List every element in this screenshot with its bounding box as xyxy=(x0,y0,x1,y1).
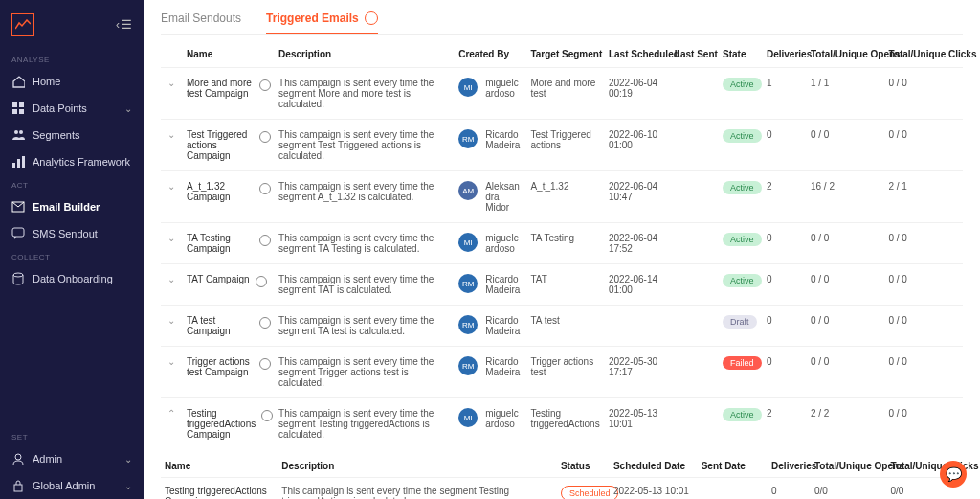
section-label: COLLECT xyxy=(0,247,144,265)
sidebar-item-sms-sendout[interactable]: SMS Sendout xyxy=(0,220,144,247)
sidebar-item-data-points[interactable]: Data Points⌄ xyxy=(0,95,144,122)
expand-toggle[interactable]: ⌃ xyxy=(161,398,183,450)
chevron-down-icon: ⌄ xyxy=(124,454,132,465)
clicks: 2 / 1 xyxy=(884,171,963,223)
expand-toggle[interactable]: ⌄ xyxy=(161,264,183,306)
avatar: MI xyxy=(458,408,478,427)
collapse-sidebar-button[interactable]: ‹ ☰ xyxy=(116,18,132,32)
expand-toggle[interactable]: ⌄ xyxy=(161,68,183,120)
opens: 0 / 0 xyxy=(807,347,885,398)
clicks: 0 / 0 xyxy=(884,68,963,120)
clicks: 0 / 0 xyxy=(884,306,963,347)
refresh-icon xyxy=(259,317,271,329)
child-opens: 0/0 xyxy=(811,478,887,500)
child-deliveries: 0 xyxy=(768,478,811,500)
campaign-name[interactable]: A_t_1.32 Campaign xyxy=(187,181,254,202)
clicks: 0 / 0 xyxy=(884,347,963,398)
deliveries: 1 xyxy=(763,68,807,120)
state-badge: Active xyxy=(723,78,762,91)
state-badge: Failed xyxy=(723,356,762,370)
tab-triggered-emails[interactable]: Triggered Emails xyxy=(266,8,378,34)
tabs: Email Sendouts Triggered Emails xyxy=(161,8,963,35)
last-scheduled: 2022-06-04 10:47 xyxy=(605,171,671,223)
campaign-name[interactable]: More and more test Campaign xyxy=(187,78,254,99)
expand-toggle[interactable]: ⌄ xyxy=(161,347,183,398)
col-sent[interactable]: Last Sent xyxy=(671,43,719,68)
clicks: 0 / 0 xyxy=(884,264,963,306)
sidebar-item-analytics-framework[interactable]: Analytics Framework xyxy=(0,148,144,175)
sidebar-item-email-builder[interactable]: Email Builder xyxy=(0,193,144,220)
campaign-desc: This campaign is sent every time the seg… xyxy=(275,306,455,347)
sidebar-item-segments[interactable]: Segments xyxy=(0,122,144,148)
last-sent xyxy=(671,398,719,450)
expand-toggle[interactable]: ⌄ xyxy=(161,306,183,347)
child-desc: This campaign is sent every time the seg… xyxy=(278,478,557,500)
chat-fab[interactable]: 💬 xyxy=(940,461,967,488)
clicks: 0 / 0 xyxy=(884,398,963,450)
campaign-name[interactable]: TAT Campaign xyxy=(187,274,250,284)
creator-name: miguelcardoso xyxy=(485,233,523,254)
creator-name: Ricardo Madeira xyxy=(485,129,523,150)
deliveries: 2 xyxy=(763,398,807,450)
state-badge: Active xyxy=(723,274,762,287)
last-scheduled xyxy=(605,306,671,347)
col-name[interactable]: Name xyxy=(183,43,275,68)
deliveries: 0 xyxy=(763,347,807,398)
tab-email-sendouts[interactable]: Email Sendouts xyxy=(161,8,241,34)
last-scheduled: 2022-05-30 17:17 xyxy=(605,347,671,398)
chevron-down-icon: ⌄ xyxy=(124,103,132,114)
tab-label: Triggered Emails xyxy=(266,11,359,25)
campaign-desc: This campaign is sent every time the seg… xyxy=(275,398,455,450)
opens: 2 / 2 xyxy=(807,398,885,450)
refresh-icon xyxy=(261,410,273,421)
col-opens[interactable]: Total/Unique Opens xyxy=(807,43,885,68)
sidebar-item-global-admin[interactable]: Global Admin⌄ xyxy=(0,472,144,499)
table-row: ⌄Trigger actions test CampaignThis campa… xyxy=(161,347,963,398)
campaign-name[interactable]: Trigger actions test Campaign xyxy=(187,356,254,377)
sidebar-item-label: Data Points xyxy=(33,102,87,114)
segment: TA Testing xyxy=(526,223,605,264)
sidebar-item-home[interactable]: Home xyxy=(0,68,144,95)
sms-icon xyxy=(11,227,25,240)
last-sent xyxy=(671,347,719,398)
col-creator[interactable]: Created By xyxy=(455,43,526,68)
state-badge: Draft xyxy=(723,315,757,329)
svg-rect-2 xyxy=(12,109,17,114)
app-logo xyxy=(11,13,34,36)
chevron-left-icon: ‹ xyxy=(116,18,120,32)
sidebar-item-data-onboarding[interactable]: Data Onboarding xyxy=(0,265,144,292)
campaign-name[interactable]: TA test Campaign xyxy=(187,315,254,336)
svg-rect-13 xyxy=(14,485,22,491)
svg-rect-3 xyxy=(19,109,24,114)
campaign-name[interactable]: TA Testing Campaign xyxy=(187,233,254,254)
last-scheduled: 2022-05-13 10:01 xyxy=(605,398,671,450)
expand-toggle[interactable]: ⌄ xyxy=(161,223,183,264)
col-clicks[interactable]: Total/Unique Clicks xyxy=(884,43,963,68)
campaign-desc: This campaign is sent every time the seg… xyxy=(275,120,455,171)
col-state[interactable]: State xyxy=(719,43,763,68)
opens: 0 / 0 xyxy=(807,223,885,264)
campaigns-table: Name Description Created By Target Segme… xyxy=(161,43,963,449)
child-name[interactable]: Testing triggeredActions Campaign xyxy=(161,478,278,500)
sidebar-item-label: Email Builder xyxy=(33,201,100,213)
child-col-del: Deliveries xyxy=(768,453,811,478)
expand-toggle[interactable]: ⌄ xyxy=(161,120,183,171)
last-sent xyxy=(671,120,719,171)
campaign-name[interactable]: Test Triggered actions Campaign xyxy=(187,129,254,161)
svg-rect-6 xyxy=(12,163,15,168)
col-scheduled[interactable]: Last Scheduled xyxy=(605,43,671,68)
col-deliveries[interactable]: Deliveries xyxy=(763,43,807,68)
sidebar-item-label: Analytics Framework xyxy=(33,156,130,168)
deliveries: 0 xyxy=(763,120,807,171)
last-scheduled: 2022-06-14 01:00 xyxy=(605,264,671,306)
col-segment[interactable]: Target Segment xyxy=(526,43,605,68)
expand-toggle[interactable]: ⌄ xyxy=(161,171,183,223)
sidebar-item-admin[interactable]: Admin⌄ xyxy=(0,445,144,472)
table-row: ⌄More and more test CampaignThis campaig… xyxy=(161,68,963,120)
col-description[interactable]: Description xyxy=(275,43,455,68)
lock-icon xyxy=(11,479,25,492)
last-sent xyxy=(671,264,719,306)
campaign-name[interactable]: Testing triggeredActions Campaign xyxy=(187,408,256,440)
grid-icon xyxy=(11,102,25,115)
campaign-desc: This campaign is sent every time the seg… xyxy=(275,171,455,223)
